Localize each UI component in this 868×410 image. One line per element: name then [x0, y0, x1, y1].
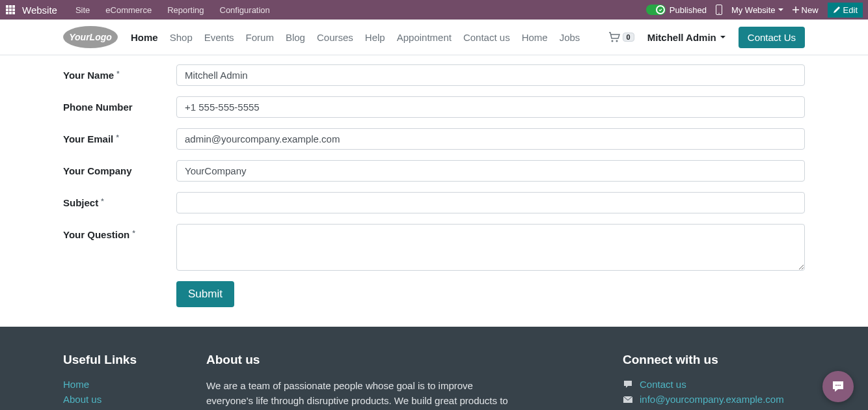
- nav-shop[interactable]: Shop: [170, 32, 193, 43]
- svg-rect-0: [6, 5, 8, 8]
- useful-links-title: Useful Links: [63, 353, 180, 367]
- chat-fab[interactable]: [822, 371, 854, 402]
- admin-menu-site[interactable]: Site: [69, 5, 96, 15]
- cart-button[interactable]: 0: [608, 32, 634, 42]
- admin-bar: Website Site eCommerce Reporting Configu…: [0, 0, 868, 20]
- phone-input[interactable]: [176, 96, 805, 118]
- nav-home[interactable]: Home: [131, 32, 158, 43]
- company-input[interactable]: [176, 160, 805, 182]
- nav-jobs[interactable]: Jobs: [560, 32, 580, 43]
- svg-point-14: [611, 40, 613, 42]
- nav-forum[interactable]: Forum: [246, 32, 274, 43]
- user-dropdown[interactable]: Mitchell Admin: [647, 32, 726, 43]
- name-input[interactable]: [176, 64, 805, 86]
- question-label: Your Question *: [63, 224, 176, 240]
- footer-connect: Connect with us Contact us info@yourcomp…: [623, 353, 805, 410]
- mobile-preview[interactable]: [716, 5, 722, 15]
- svg-rect-6: [6, 12, 8, 14]
- svg-rect-5: [12, 8, 15, 11]
- my-website-dropdown[interactable]: My Website: [731, 5, 783, 15]
- contact-form: Your Name * Phone Number Your Email * Yo…: [63, 55, 805, 327]
- svg-point-17: [835, 385, 837, 386]
- admin-menu-configuration[interactable]: Configuration: [213, 5, 277, 15]
- about-title: About us: [206, 353, 519, 367]
- chevron-down-icon: [778, 8, 783, 11]
- connect-contact[interactable]: Contact us: [640, 379, 686, 390]
- new-button[interactable]: New: [793, 5, 819, 15]
- speech-icon: [623, 379, 633, 390]
- svg-point-11: [718, 13, 720, 14]
- svg-rect-7: [9, 12, 12, 14]
- svg-point-19: [839, 385, 841, 386]
- nav-appointment[interactable]: Appointment: [397, 32, 452, 43]
- question-textarea[interactable]: [176, 224, 805, 271]
- svg-rect-4: [9, 8, 12, 11]
- nav-events[interactable]: Events: [204, 32, 234, 43]
- admin-brand[interactable]: Website: [22, 5, 57, 16]
- name-label: Your Name *: [63, 64, 176, 81]
- svg-text:YourLogo: YourLogo: [69, 32, 112, 42]
- apps-icon[interactable]: [5, 5, 16, 15]
- mobile-icon: [716, 5, 722, 15]
- contact-us-button[interactable]: Contact Us: [739, 27, 805, 48]
- site-header: YourLogo Home Shop Events Forum Blog Cou…: [0, 20, 868, 55]
- about-text: We are a team of passionate people whose…: [206, 379, 519, 410]
- svg-point-9: [657, 7, 664, 13]
- footer-useful-links: Useful Links Home About us Products: [63, 353, 180, 410]
- edit-button[interactable]: Edit: [828, 3, 863, 18]
- nav-courses[interactable]: Courses: [317, 32, 353, 43]
- admin-menu-ecommerce[interactable]: eCommerce: [99, 5, 158, 15]
- phone-label: Phone Number: [63, 96, 176, 113]
- chevron-down-icon: [720, 36, 726, 38]
- plus-icon: [793, 7, 799, 13]
- subject-input[interactable]: [176, 192, 805, 213]
- admin-menu-reporting[interactable]: Reporting: [161, 5, 210, 15]
- svg-rect-8: [12, 12, 15, 14]
- subject-label: Subject *: [63, 192, 176, 208]
- nav-contact-us[interactable]: Contact us: [463, 32, 510, 43]
- footer-about: About us We are a team of passionate peo…: [206, 353, 519, 410]
- footer: Useful Links Home About us Products Abou…: [0, 327, 868, 410]
- connect-email[interactable]: info@yourcompany.example.com: [640, 394, 784, 405]
- footer-link-about[interactable]: About us: [63, 394, 180, 405]
- company-label: Your Company: [63, 160, 176, 176]
- email-label: Your Email *: [63, 128, 176, 144]
- cart-count: 0: [623, 33, 634, 42]
- envelope-icon: [623, 394, 633, 405]
- pencil-icon: [833, 6, 841, 14]
- svg-point-18: [837, 385, 839, 386]
- svg-rect-1: [9, 5, 12, 8]
- submit-button[interactable]: Submit: [176, 281, 234, 307]
- email-input[interactable]: [176, 128, 805, 150]
- logo[interactable]: YourLogo: [63, 26, 118, 48]
- publish-toggle[interactable]: Published: [646, 5, 707, 15]
- nav-home-2[interactable]: Home: [522, 32, 548, 43]
- svg-point-15: [616, 40, 617, 42]
- nav-blog[interactable]: Blog: [286, 32, 305, 43]
- connect-title: Connect with us: [623, 353, 805, 367]
- cart-icon: [608, 32, 620, 42]
- nav-help[interactable]: Help: [365, 32, 385, 43]
- main-nav: Home Shop Events Forum Blog Courses Help…: [131, 32, 580, 43]
- svg-rect-2: [12, 5, 15, 8]
- chat-icon: [830, 379, 846, 394]
- published-label: Published: [670, 5, 707, 15]
- svg-rect-3: [6, 8, 8, 11]
- footer-link-home[interactable]: Home: [63, 379, 180, 390]
